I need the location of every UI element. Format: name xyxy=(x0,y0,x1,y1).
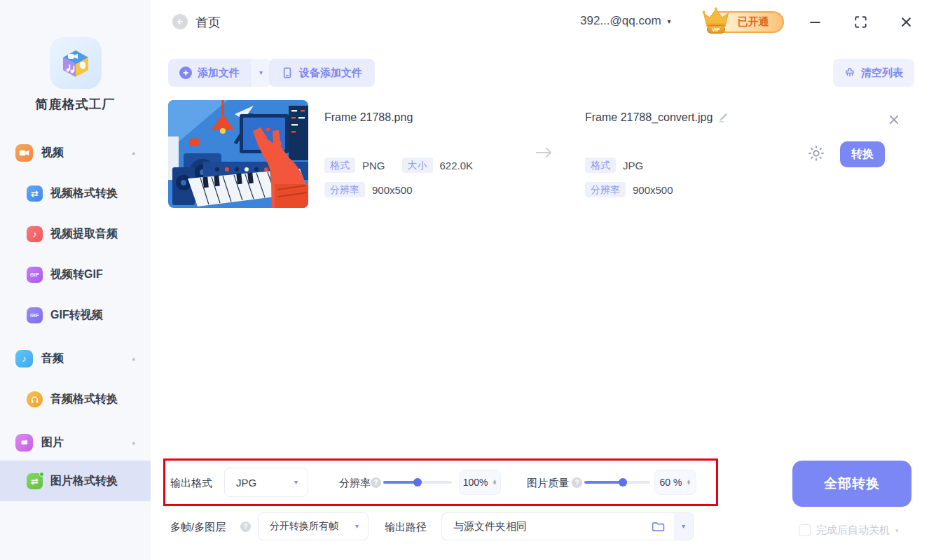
sidebar-item-video-convert[interactable]: ⇄ 视频格式转换 xyxy=(0,178,151,209)
resolution-slider-thumb[interactable] xyxy=(413,478,422,486)
output-path-field[interactable]: 与源文件夹相同 ▾ xyxy=(441,512,694,540)
size-chip: 大小 xyxy=(402,158,433,174)
multiframe-label: 多帧/多图层 xyxy=(170,521,226,534)
resolution-slider[interactable] xyxy=(383,478,452,486)
output-format-label: 输出格式 xyxy=(170,477,212,490)
sidebar-group-video[interactable]: 视频 ▴ xyxy=(0,137,151,168)
output-path-value: 与源文件夹相同 xyxy=(453,520,651,533)
image-icon xyxy=(15,434,33,451)
phone-icon xyxy=(282,67,293,78)
clear-list-button[interactable]: 清空列表 xyxy=(833,59,914,87)
stepper-arrows-icon[interactable]: ▲▼ xyxy=(687,479,691,486)
collapse-icon[interactable]: ▴ xyxy=(132,149,135,156)
remove-file-icon[interactable] xyxy=(886,112,902,127)
page-title: 首页 xyxy=(195,14,221,31)
vip-label: VIP xyxy=(707,25,725,34)
app-title: 简鹿格式工厂 xyxy=(0,96,151,113)
output-format-value: JPG xyxy=(623,160,643,172)
format-chip: 格式 xyxy=(324,158,355,174)
sidebar-item-video-extract-audio[interactable]: ♪ 视频提取音频 xyxy=(0,218,151,249)
quality-slider-thumb[interactable] xyxy=(619,478,627,486)
help-icon[interactable]: ? xyxy=(572,477,582,488)
chevron-down-icon: ▾ xyxy=(355,523,359,530)
chevron-down-icon: ▾ xyxy=(294,479,298,486)
help-icon[interactable]: ? xyxy=(371,477,381,488)
file-thumbnail xyxy=(168,100,308,208)
account-menu[interactable]: 392...@qq.com ▾ xyxy=(580,14,671,28)
chevron-down-icon: ▾ xyxy=(668,18,671,25)
output-path-label: 输出路径 xyxy=(385,521,427,534)
gif-icon: GIF xyxy=(27,307,43,323)
shutdown-checkbox[interactable] xyxy=(799,524,811,536)
source-file-name: Frame 21788.png xyxy=(324,111,413,124)
resolution-slider-fill xyxy=(383,481,418,484)
plus-icon: + xyxy=(179,66,192,79)
multiframe-select[interactable]: 分开转换所有帧 ▾ xyxy=(258,512,369,540)
music-note-icon: ♪ xyxy=(15,350,33,368)
output-file-name: Frame 21788_convert.jpg xyxy=(585,111,713,123)
close-button[interactable] xyxy=(896,12,916,31)
back-button[interactable] xyxy=(172,14,188,29)
output-path-dropdown[interactable]: ▾ xyxy=(674,512,694,540)
help-icon[interactable]: ? xyxy=(240,522,251,532)
add-files-button[interactable]: + 添加文件 ▾ xyxy=(168,59,271,87)
output-file-name-row: Frame 21788_convert.jpg xyxy=(585,111,729,125)
resolution-chip: 分辨率 xyxy=(585,182,626,198)
resolution-chip: 分辨率 xyxy=(324,182,365,198)
vip-badge[interactable]: 已开通 VIP xyxy=(701,7,785,36)
quality-value-stepper[interactable]: 60 % ▲▼ xyxy=(654,470,696,495)
format-chip: 格式 xyxy=(585,158,616,174)
source-size-value: 622.0K xyxy=(440,160,474,172)
collapse-icon[interactable]: ▴ xyxy=(132,355,135,362)
row-settings-gear-icon[interactable] xyxy=(807,144,825,165)
collapse-icon[interactable]: ▴ xyxy=(132,439,135,446)
chevron-down-icon: ▾ xyxy=(682,523,685,530)
stepper-arrows-icon[interactable]: ▲▼ xyxy=(492,479,497,486)
chevron-down-icon: ▾ xyxy=(895,527,899,534)
arrow-left-icon xyxy=(176,18,184,26)
vip-status: 已开通 xyxy=(738,15,769,29)
convert-all-button[interactable]: 全部转换 xyxy=(792,461,911,507)
source-resolution-value: 900x500 xyxy=(372,184,413,196)
add-files-dropdown[interactable]: ▾ xyxy=(251,59,271,87)
output-format-select[interactable]: JPG ▾ xyxy=(224,468,308,497)
sidebar-item-video-to-gif[interactable]: GIF 视频转GIF xyxy=(0,259,151,290)
resolution-label: 分辨率 xyxy=(339,477,371,490)
sidebar-item-gif-to-video[interactable]: GIF GIF转视频 xyxy=(0,300,151,330)
app-logo-icon xyxy=(50,37,102,89)
broom-icon xyxy=(844,67,855,78)
edit-icon[interactable] xyxy=(718,111,729,125)
app-window: 简鹿格式工厂 视频 ▴ ⇄ 视频格式转换 ♪ 视频提取音频 GIF 视频转GIF xyxy=(0,0,929,560)
sidebar-item-image-convert[interactable]: ⇄ 图片格式转换 xyxy=(0,461,151,501)
source-format-value: PNG xyxy=(362,160,385,172)
image-quality-label: 图片质量 xyxy=(527,477,569,490)
sidebar-group-image[interactable]: 图片 ▴ xyxy=(0,427,151,458)
image-convert-icon: ⇄ xyxy=(27,473,43,489)
resolution-value-stepper[interactable]: 100% ▲▼ xyxy=(459,470,501,495)
output-resolution-value: 900x500 xyxy=(633,184,673,196)
sidebar-item-audio-convert[interactable]: 音频格式转换 xyxy=(0,384,151,414)
minimize-button[interactable] xyxy=(805,12,825,31)
video-convert-icon: ⇄ xyxy=(27,186,43,202)
account-email: 392...@qq.com xyxy=(580,14,661,28)
maximize-button[interactable] xyxy=(851,12,870,31)
sidebar-group-audio[interactable]: ♪ 音频 ▴ xyxy=(0,343,151,374)
arrow-right-icon xyxy=(535,144,554,164)
chevron-down-icon: ▾ xyxy=(259,69,263,76)
quality-slider-fill xyxy=(584,481,623,484)
quality-slider[interactable] xyxy=(584,478,650,486)
device-add-files-button[interactable]: 设备添加文件 xyxy=(269,59,375,87)
folder-icon[interactable] xyxy=(651,519,666,534)
video-icon xyxy=(15,144,33,162)
shutdown-after-done[interactable]: 完成后自动关机 ▾ xyxy=(799,524,899,537)
headphones-icon xyxy=(27,391,43,407)
convert-button[interactable]: 转换 xyxy=(840,141,885,167)
sidebar: 简鹿格式工厂 视频 ▴ ⇄ 视频格式转换 ♪ 视频提取音频 GIF 视频转GIF xyxy=(0,0,151,560)
gif-icon: GIF xyxy=(27,267,43,283)
music-note-icon: ♪ xyxy=(27,226,43,242)
